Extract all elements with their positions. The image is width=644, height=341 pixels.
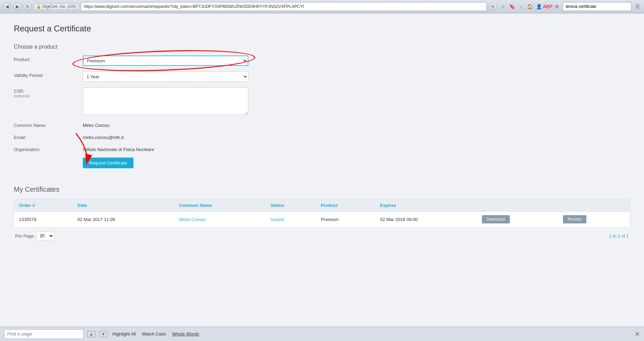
product-label: Product: — [14, 56, 83, 62]
per-page-wrap: Per Page 10 20 50 100 — [15, 231, 54, 240]
common-name-form-group: Common Name: Mirko Corosu — [14, 121, 630, 128]
col-common-name: Common Name — [174, 199, 266, 212]
col-date: Date — [73, 199, 175, 212]
product-select-wrap: Premium Standard Wildcard — [83, 56, 248, 66]
organization-label: Organization: — [14, 146, 83, 152]
reload-button[interactable]: ↻ — [23, 2, 32, 11]
forward-button[interactable]: ▶ — [13, 2, 21, 11]
choose-product-heading: Choose a product — [14, 44, 630, 50]
page-title: Request a Certificate — [14, 24, 630, 33]
match-case-button[interactable]: Match Case — [141, 331, 167, 337]
email-form-group: Email: mirko.corosu@infn.it — [14, 133, 630, 140]
site-info[interactable]: 🔒 DigiCert, Inc. (US) — [34, 3, 79, 10]
validity-select[interactable]: 1 Year 2 Years 3 Years — [83, 71, 248, 82]
whole-words-button[interactable]: Whole Words — [171, 331, 200, 337]
request-cert-wrap: Request Certificate — [83, 158, 133, 168]
choose-product-section: Choose a product Product: Premium Standa… — [14, 44, 630, 175]
cell-order: 1335578 — [14, 212, 73, 227]
common-name-label: Common Name: — [14, 121, 83, 128]
validity-select-wrap: 1 Year 2 Years 3 Years — [83, 71, 248, 82]
download-button[interactable]: Download — [482, 215, 510, 223]
common-name-link[interactable]: Mirko Corosu — [179, 217, 206, 222]
per-page-row: Per Page 10 20 50 100 1 to 1 of 1 — [14, 227, 630, 244]
history-icon[interactable]: ↓ — [517, 3, 525, 10]
col-expires: Expires — [375, 199, 477, 212]
request-certificate-button[interactable]: Request Certificate — [83, 158, 133, 168]
col-download-header — [477, 199, 558, 212]
csr-form-group: CSR: (optional) — [14, 87, 630, 116]
cell-common-name: Mirko Corosu — [174, 212, 266, 227]
highlight-all-button[interactable]: Highlight All — [111, 331, 137, 337]
cell-revoke: Revoke — [558, 212, 630, 227]
star-icon[interactable]: ☆ — [499, 3, 507, 10]
find-up-button[interactable]: ▲ — [87, 331, 96, 337]
bookmark-icon[interactable]: 🔖 — [508, 3, 516, 10]
back-button[interactable]: ◀ — [3, 2, 11, 11]
organization-value: Istituto Nazionale di Fisica Nucleare — [83, 146, 154, 152]
home-icon[interactable]: 🏠 — [526, 3, 534, 10]
table-header-row: Order # Date Common Name Status Product … — [14, 199, 630, 212]
col-revoke-header — [558, 199, 630, 212]
browser-chrome: ◀ ▶ ↻ 🔒 DigiCert, Inc. (US) ↻ ☆ 🔖 ↓ 🏠 👤 … — [0, 0, 644, 13]
user-icon[interactable]: 👤 — [535, 3, 543, 10]
find-bar: ▲ ▼ Highlight All Match Case Whole Words… — [0, 327, 644, 341]
cell-status: Issued — [266, 212, 316, 227]
adblock-icon[interactable]: ABP — [544, 3, 552, 10]
pagination-info: 1 to 1 of 1 — [609, 233, 629, 239]
col-product: Product — [316, 199, 375, 212]
organization-form-group: Organization: Istituto Nazionale di Fisi… — [14, 146, 630, 152]
email-label: Email: — [14, 133, 83, 140]
toolbar-icons: ☆ 🔖 ↓ 🏠 👤 ABP ⚙ — [499, 3, 561, 10]
go-button[interactable]: ↻ — [489, 2, 497, 11]
per-page-label: Per Page — [15, 233, 34, 239]
certificates-section: My Certificates Order # Date Common Name… — [14, 185, 630, 244]
cell-expires: 02 Mar 2018 08:00 — [375, 212, 477, 227]
product-select[interactable]: Premium Standard Wildcard — [83, 56, 248, 66]
cell-download: Download — [477, 212, 558, 227]
validity-label: Validity Period: — [14, 71, 83, 78]
revoke-button[interactable]: Revoke — [563, 215, 587, 223]
product-form-group: Product: Premium Standard Wildcard — [14, 56, 630, 66]
col-status: Status — [266, 199, 316, 212]
certificates-table: Order # Date Common Name Status Product … — [14, 199, 630, 227]
csr-label: CSR: — [14, 89, 83, 94]
table-row: 1335578 02 Mar 2017 11:09 Mirko Corosu I… — [14, 212, 630, 227]
page-content: Request a Certificate Choose a product P… — [0, 13, 644, 327]
csr-textarea[interactable] — [83, 87, 248, 115]
validity-form-group: Validity Period: 1 Year 2 Years 3 Years — [14, 71, 630, 82]
csr-label-wrap: CSR: (optional) — [14, 87, 83, 98]
per-page-select[interactable]: 10 20 50 100 — [37, 231, 54, 240]
csr-textarea-wrap — [83, 87, 248, 116]
find-down-button[interactable]: ▼ — [99, 331, 108, 337]
url-bar[interactable] — [81, 2, 487, 11]
cell-date: 02 Mar 2017 11:09 — [73, 212, 175, 227]
common-name-value: Mirko Corosu — [83, 121, 109, 128]
status-badge: Issued — [270, 217, 284, 222]
csr-sublabel: (optional) — [14, 94, 83, 98]
cell-product: Premium — [316, 212, 375, 227]
find-input[interactable] — [4, 329, 83, 339]
col-order: Order # — [14, 199, 73, 212]
email-value: mirko.corosu@infn.it — [83, 133, 124, 140]
settings-icon[interactable]: ⚙ — [553, 3, 561, 10]
find-close-button[interactable]: ✕ — [635, 330, 640, 338]
search-bar[interactable] — [563, 2, 632, 11]
menu-icon[interactable]: ☰ — [634, 3, 641, 10]
certificates-title: My Certificates — [14, 185, 630, 193]
